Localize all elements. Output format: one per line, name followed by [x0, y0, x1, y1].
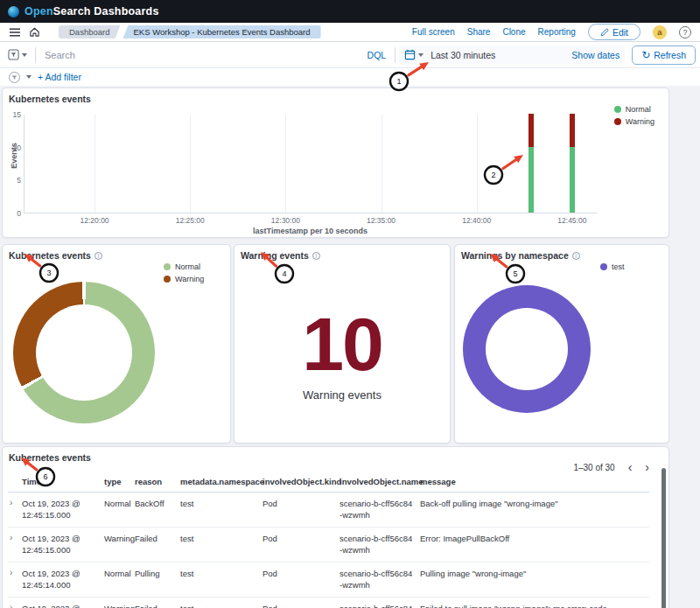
- x-tick-label: 12:45:00: [546, 216, 598, 225]
- menu-icon[interactable]: [9, 26, 21, 38]
- table-cell: test: [180, 533, 262, 544]
- refresh-button[interactable]: ↻Refresh: [632, 45, 696, 65]
- expand-row-icon[interactable]: ›: [8, 603, 22, 608]
- panel-kubernetes-events-histogram: Kubernetes events Events 12:20:0012:25:0…: [2, 87, 669, 238]
- share-link[interactable]: Share: [467, 27, 491, 37]
- expand-row-icon[interactable]: ›: [8, 498, 22, 508]
- table-header-row: Timetypereasonmetadata.namespaceinvolved…: [8, 473, 649, 493]
- y-tick-label: 0: [2, 209, 21, 218]
- column-header-involvedobject-name[interactable]: involvedObject.name: [340, 476, 420, 487]
- legend-label: Warning: [175, 275, 204, 283]
- table-cell: Oct 19, 2023 @ 12:45:14.000: [22, 603, 104, 608]
- panel-kubernetes-events-table: Kubernetes events 1–30 of 30 ‹ › Timetyp…: [2, 446, 669, 608]
- breadcrumb: Dashboard EKS Workshop - Kubernetes Even…: [59, 25, 321, 38]
- table-cell: Pod: [262, 533, 340, 544]
- breadcrumb-current-dashboard[interactable]: EKS Workshop - Kubernetes Events Dashboa…: [122, 25, 320, 38]
- panel-title: Warning eventsi: [241, 250, 320, 261]
- legend-label: Normal: [175, 262, 200, 271]
- breadcrumb-dashboard[interactable]: Dashboard: [59, 25, 120, 38]
- reporting-link[interactable]: Reporting: [538, 27, 576, 37]
- saved-query-menu[interactable]: [0, 49, 35, 60]
- table-cell: scenario-b-cff56c84-wzwmh: [340, 568, 420, 591]
- table-cell: Pulling image "wrong-image": [420, 568, 649, 579]
- prev-page-icon[interactable]: ‹: [628, 461, 633, 473]
- legend-dot-icon: [164, 276, 171, 283]
- table-cell: Pod: [262, 498, 340, 509]
- namespace-donut-legend: test: [600, 262, 625, 271]
- panel-title: Kubernetes events: [9, 94, 91, 104]
- events-donut-chart[interactable]: [13, 282, 155, 423]
- table-cell: scenario-b-cff56c84-wzwmh: [340, 498, 420, 521]
- add-filter-button[interactable]: + Add filter: [38, 72, 81, 82]
- show-dates-button[interactable]: Show dates: [571, 50, 620, 60]
- panel-warnings-by-namespace: Warnings by namespacei test: [454, 244, 669, 444]
- full-screen-link[interactable]: Full screen: [412, 27, 455, 37]
- filter-options-icon[interactable]: [9, 72, 20, 83]
- filter-icon: [8, 49, 19, 60]
- home-icon[interactable]: [29, 26, 40, 38]
- y-tick-label: 10: [2, 143, 21, 152]
- table-scrollbar[interactable]: [662, 468, 666, 608]
- legend-item[interactable]: Warning: [614, 117, 654, 126]
- legend-label: Warning: [626, 117, 654, 126]
- column-header-message[interactable]: message: [420, 476, 649, 487]
- dql-button[interactable]: DQL: [368, 50, 387, 60]
- legend-item[interactable]: Normal: [164, 262, 204, 271]
- legend-dot-icon: [614, 118, 621, 125]
- expand-row-icon[interactable]: ›: [8, 568, 22, 578]
- legend-dot-icon: [600, 263, 607, 270]
- warning-count-label: Warning events: [234, 388, 450, 402]
- bar-segment-warning[interactable]: [528, 114, 534, 147]
- column-header-reason[interactable]: reason: [135, 476, 180, 487]
- legend-item[interactable]: Warning: [164, 275, 204, 283]
- column-header-involvedobject-kind[interactable]: involvedObject.kind: [262, 476, 340, 487]
- y-tick-label: 15: [2, 110, 21, 119]
- column-header-metadata-namespace[interactable]: metadata.namespace: [180, 476, 262, 487]
- namespace-donut-chart[interactable]: [463, 285, 591, 413]
- gridline: [285, 115, 286, 213]
- table-cell: Normal: [104, 498, 135, 509]
- search-input[interactable]: [36, 50, 359, 60]
- quick-select-button[interactable]: [404, 49, 424, 60]
- legend-label: test: [612, 262, 625, 271]
- y-tick-label: 5: [2, 176, 21, 185]
- info-icon[interactable]: i: [312, 252, 320, 260]
- time-range-value[interactable]: Last 30 minutes: [430, 50, 495, 60]
- table-row: ›Oct 19, 2023 @ 12:45:14.000WarningFaile…: [8, 598, 649, 608]
- expand-row-icon[interactable]: ›: [8, 533, 22, 543]
- table-cell: Oct 19, 2023 @ 12:45:15.000: [22, 498, 104, 521]
- chevron-down-icon: [26, 75, 32, 79]
- clone-link[interactable]: Clone: [502, 27, 525, 37]
- info-icon[interactable]: i: [572, 252, 580, 260]
- avatar[interactable]: a: [653, 25, 667, 39]
- x-tick-label: 12:25:00: [164, 216, 216, 225]
- help-icon[interactable]: ?: [679, 26, 691, 38]
- legend-item[interactable]: test: [600, 262, 625, 271]
- table-cell: scenario-b-cff56c84-wzwmh: [340, 533, 420, 556]
- table-cell: Pod: [262, 568, 340, 579]
- gridline: [94, 115, 95, 213]
- panel-title: Kubernetes events: [9, 452, 91, 463]
- info-icon[interactable]: i: [94, 252, 102, 260]
- edit-button[interactable]: Edit: [588, 24, 640, 40]
- bar-segment-normal[interactable]: [528, 147, 534, 213]
- gridline: [190, 115, 191, 213]
- x-tick-label: 12:35:00: [355, 216, 408, 225]
- events-donut-legend: NormalWarning: [164, 262, 204, 283]
- column-header-time[interactable]: Time: [22, 476, 104, 487]
- bar-segment-warning[interactable]: [570, 114, 575, 147]
- column-header-type[interactable]: type: [104, 476, 135, 487]
- table-cell: test: [180, 568, 262, 579]
- x-tick-label: 12:30:00: [259, 216, 312, 225]
- table-cell: scenario-b-cff56c84-wzwmh: [340, 603, 420, 608]
- legend-label: Normal: [626, 105, 651, 114]
- chevron-down-icon: [22, 53, 27, 57]
- warning-count-value: 10: [234, 306, 450, 381]
- next-page-icon[interactable]: ›: [645, 461, 649, 473]
- table-row: ›Oct 19, 2023 @ 12:45:14.000NormalPullin…: [8, 563, 649, 598]
- histogram-plot[interactable]: 12:20:0012:25:0012:30:0012:35:0012:40:00…: [24, 115, 597, 213]
- bar-segment-normal[interactable]: [570, 147, 575, 213]
- gridline: [382, 115, 382, 213]
- pencil-icon: [600, 28, 609, 37]
- legend-item[interactable]: Normal: [614, 105, 654, 114]
